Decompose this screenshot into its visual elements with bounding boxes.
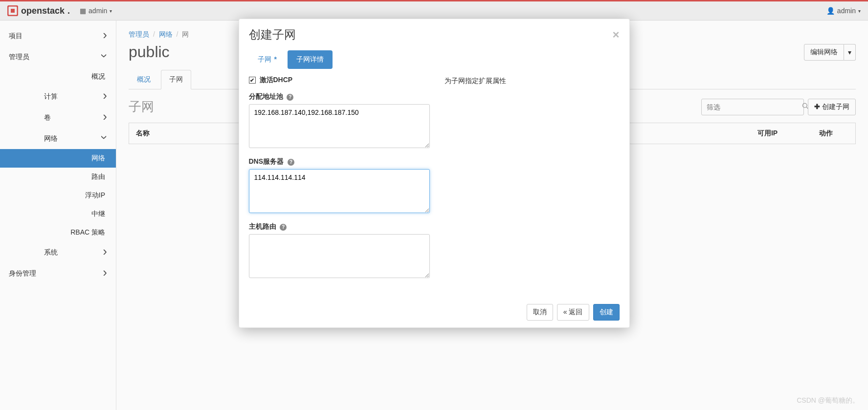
- back-button[interactable]: « 返回: [557, 304, 589, 321]
- modal-tab-details[interactable]: 子网详情: [288, 50, 333, 69]
- dns-servers-label: DNS服务器 ?: [249, 157, 430, 166]
- enable-dhcp-row[interactable]: ✔ 激活DHCP: [249, 76, 430, 85]
- help-icon[interactable]: ?: [287, 94, 293, 101]
- required-icon: *: [274, 55, 276, 63]
- modal-overlay: 创建子网 × 子网 * 子网详情 ✔ 激活DHCP 分配地址池: [0, 0, 868, 410]
- modal-title: 创建子网: [249, 27, 296, 43]
- submit-button[interactable]: 创建: [593, 304, 620, 321]
- allocation-pools-label: 分配地址池 ?: [249, 92, 430, 101]
- host-routes-input[interactable]: [249, 234, 430, 278]
- modal-tab-subnet[interactable]: 子网 *: [249, 50, 286, 69]
- host-routes-label: 主机路由 ?: [249, 222, 430, 231]
- checkbox-checked-icon[interactable]: ✔: [249, 77, 256, 84]
- dns-servers-input[interactable]: [249, 169, 430, 213]
- modal-tab-subnet-label: 子网: [258, 55, 271, 63]
- create-subnet-modal: 创建子网 × 子网 * 子网详情 ✔ 激活DHCP 分配地址池: [239, 19, 630, 328]
- help-icon[interactable]: ?: [288, 159, 294, 166]
- modal-hint: 为子网指定扩展属性: [445, 77, 620, 86]
- help-icon[interactable]: ?: [280, 224, 287, 231]
- allocation-pools-input[interactable]: [249, 104, 430, 148]
- enable-dhcp-label: 激活DHCP: [260, 76, 293, 85]
- close-icon[interactable]: ×: [612, 28, 619, 42]
- cancel-button[interactable]: 取消: [527, 304, 553, 321]
